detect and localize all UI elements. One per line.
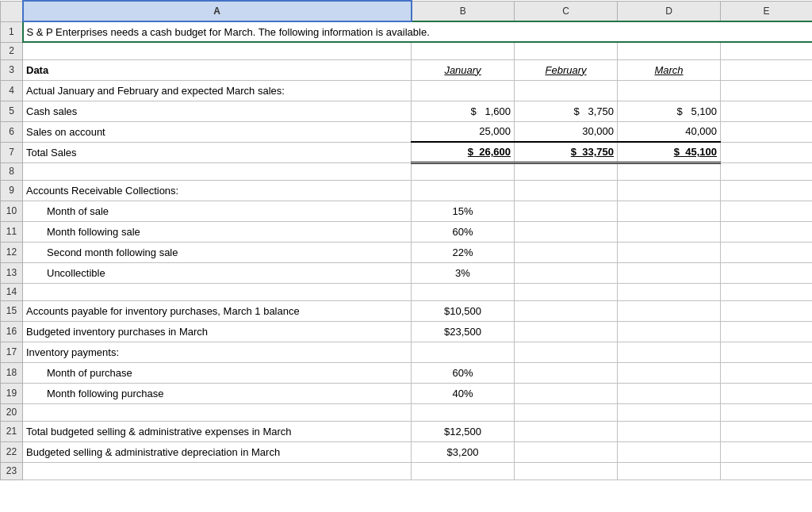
cell-c13[interactable] <box>515 262 618 283</box>
cell-c6[interactable]: 30,000 <box>515 121 618 142</box>
cell-e8[interactable] <box>721 162 813 180</box>
cell-b23[interactable] <box>412 462 515 480</box>
cell-c18[interactable] <box>515 362 618 383</box>
cell-e21[interactable] <box>721 421 813 441</box>
cell-e20[interactable] <box>721 403 813 421</box>
cell-a6[interactable]: Sales on account <box>23 121 412 142</box>
cell-d12[interactable] <box>618 242 721 262</box>
cell-a20[interactable] <box>23 403 412 421</box>
cell-e23[interactable] <box>721 462 813 480</box>
cell-e12[interactable] <box>721 242 813 262</box>
cell-d20[interactable] <box>618 403 721 421</box>
cell-a12[interactable]: Second month following sale <box>23 242 412 262</box>
cell-a22[interactable]: Budgeted selling & administrative deprec… <box>23 441 412 462</box>
cell-b12[interactable]: 22% <box>412 242 515 262</box>
cell-c8[interactable] <box>515 162 618 180</box>
cell-c16[interactable] <box>515 321 618 342</box>
cell-a15[interactable]: Accounts payable for inventory purchases… <box>23 300 412 321</box>
cell-b20[interactable] <box>412 403 515 421</box>
cell-b21[interactable]: $12,500 <box>412 421 515 441</box>
cell-b13[interactable]: 3% <box>412 262 515 283</box>
cell-b15[interactable]: $10,500 <box>412 300 515 321</box>
cell-c10[interactable] <box>515 201 618 221</box>
cell-c21[interactable] <box>515 421 618 441</box>
cell-a23[interactable] <box>23 462 412 480</box>
cell-d6[interactable]: 40,000 <box>618 121 721 142</box>
cell-a16[interactable]: Budgeted inventory purchases in March <box>23 321 412 342</box>
cell-d2[interactable] <box>618 42 721 59</box>
cell-c2[interactable] <box>515 42 618 59</box>
cell-a17[interactable]: Inventory payments: <box>23 342 412 362</box>
cell-e13[interactable] <box>721 262 813 283</box>
cell-b10[interactable]: 15% <box>412 201 515 221</box>
cell-d16[interactable] <box>618 321 721 342</box>
cell-e18[interactable] <box>721 362 813 383</box>
cell-b11[interactable]: 60% <box>412 221 515 242</box>
cell-d22[interactable] <box>618 441 721 462</box>
cell-b16[interactable]: $23,500 <box>412 321 515 342</box>
cell-e10[interactable] <box>721 201 813 221</box>
cell-a8[interactable] <box>23 162 412 180</box>
cell-a5[interactable]: Cash sales <box>23 101 412 121</box>
cell-a19[interactable]: Month following purchase <box>23 383 412 403</box>
cell-a13[interactable]: Uncollectible <box>23 262 412 283</box>
cell-e6[interactable] <box>721 121 813 142</box>
cell-a1[interactable]: S & P Enterprises needs a cash budget fo… <box>23 21 813 42</box>
cell-a7[interactable]: Total Sales <box>23 142 412 162</box>
cell-b5[interactable]: $ 1,600 <box>412 101 515 121</box>
cell-e7[interactable] <box>721 142 813 162</box>
cell-c12[interactable] <box>515 242 618 262</box>
cell-c19[interactable] <box>515 383 618 403</box>
cell-c15[interactable] <box>515 300 618 321</box>
cell-e5[interactable] <box>721 101 813 121</box>
cell-c7[interactable]: $ 33,750 <box>515 142 618 162</box>
cell-b14[interactable] <box>412 283 515 300</box>
cell-d14[interactable] <box>618 283 721 300</box>
cell-e3[interactable] <box>721 59 813 80</box>
cell-c17[interactable] <box>515 342 618 362</box>
cell-a11[interactable]: Month following sale <box>23 221 412 242</box>
cell-b19[interactable]: 40% <box>412 383 515 403</box>
cell-e17[interactable] <box>721 342 813 362</box>
cell-e11[interactable] <box>721 221 813 242</box>
cell-b18[interactable]: 60% <box>412 362 515 383</box>
cell-d8[interactable] <box>618 162 721 180</box>
cell-d3[interactable]: March <box>618 59 721 80</box>
cell-e9[interactable] <box>721 180 813 201</box>
cell-c3[interactable]: February <box>515 59 618 80</box>
cell-d9[interactable] <box>618 180 721 201</box>
cell-a9[interactable]: Accounts Receivable Collections: <box>23 180 412 201</box>
cell-b17[interactable] <box>412 342 515 362</box>
cell-e19[interactable] <box>721 383 813 403</box>
cell-d5[interactable]: $ 5,100 <box>618 101 721 121</box>
cell-d11[interactable] <box>618 221 721 242</box>
cell-d17[interactable] <box>618 342 721 362</box>
cell-b6[interactable]: 25,000 <box>412 121 515 142</box>
cell-a14[interactable] <box>23 283 412 300</box>
cell-b9[interactable] <box>412 180 515 201</box>
cell-e2[interactable] <box>721 42 813 59</box>
cell-d18[interactable] <box>618 362 721 383</box>
cell-d7[interactable]: $ 45,100 <box>618 142 721 162</box>
cell-d10[interactable] <box>618 201 721 221</box>
cell-b7[interactable]: $ 26,600 <box>412 142 515 162</box>
cell-c9[interactable] <box>515 180 618 201</box>
cell-a21[interactable]: Total budgeted selling & administrative … <box>23 421 412 441</box>
cell-c22[interactable] <box>515 441 618 462</box>
cell-a3[interactable]: Data <box>23 59 412 80</box>
cell-e16[interactable] <box>721 321 813 342</box>
cell-b8[interactable] <box>412 162 515 180</box>
cell-d15[interactable] <box>618 300 721 321</box>
cell-b4[interactable] <box>412 80 515 101</box>
cell-c23[interactable] <box>515 462 618 480</box>
cell-c4[interactable] <box>515 80 618 101</box>
cell-a4[interactable]: Actual January and February and expected… <box>23 80 412 101</box>
cell-e15[interactable] <box>721 300 813 321</box>
cell-c20[interactable] <box>515 403 618 421</box>
cell-b3[interactable]: January <box>412 59 515 80</box>
cell-c11[interactable] <box>515 221 618 242</box>
cell-e4[interactable] <box>721 80 813 101</box>
cell-d4[interactable] <box>618 80 721 101</box>
cell-d13[interactable] <box>618 262 721 283</box>
cell-d21[interactable] <box>618 421 721 441</box>
